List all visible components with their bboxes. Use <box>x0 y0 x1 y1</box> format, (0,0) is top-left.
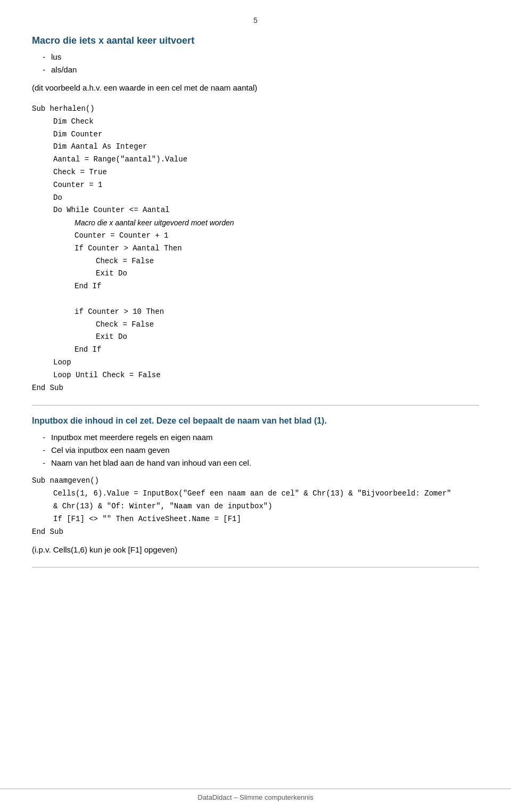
code-end-if2: End If <box>75 344 479 356</box>
code-check-false2: Check = False <box>96 319 479 331</box>
section2-bullets: Inputbox met meerdere regels en eigen na… <box>43 431 479 469</box>
code-counter-counter: Counter = Counter + 1 <box>75 230 479 242</box>
code-sub-start: Sub herhalen() <box>32 103 479 116</box>
code-dim-check: Dim Check <box>53 116 479 128</box>
section1-title: Macro die iets x aantal keer uitvoert <box>32 35 479 46</box>
page-number: 5 <box>32 16 479 25</box>
code-do-while: Do While Counter <= Aantal <box>53 204 479 217</box>
code-check-assign: Check = True <box>53 166 479 179</box>
section2-note: (i.p.v. Cells(1,6) kun je ook [F1] opgev… <box>32 543 479 556</box>
section2-bullet-2: Naam van het blad aan de hand van inhoud… <box>43 457 479 469</box>
section2-heading: Inputbox die inhoud in cel zet. Deze cel… <box>32 416 479 426</box>
code2-if-f1: If [F1] <> "" Then ActiveSheet.Name = [F… <box>53 513 479 526</box>
code-loop: Loop <box>53 356 479 369</box>
code-comment1: Macro die x aantal keer uitgevoerd moet … <box>75 217 479 230</box>
code2-cells-value2: & Chr(13) & "Of: Winter", "Naam van de i… <box>53 500 479 513</box>
code-loop-until: Loop Until Check = False <box>53 369 479 382</box>
code-dim-counter: Dim Counter <box>53 128 479 141</box>
code-dim-aantal: Dim Aantal As Integer <box>53 141 479 153</box>
code-exit-do2: Exit Do <box>96 331 479 344</box>
bullet-alsdan: als/dan <box>43 63 479 76</box>
section2-bullet-0: Inputbox met meerdere regels en eigen na… <box>43 431 479 444</box>
code-check-false1: Check = False <box>96 255 479 268</box>
code-aantal-assign: Aantal = Range("aantal").Value <box>53 153 479 166</box>
section-divider-1 <box>32 405 479 405</box>
page-container: 5 Macro die iets x aantal keer uitvoert … <box>0 0 511 812</box>
code2-end-sub: End Sub <box>32 526 479 539</box>
code-do: Do <box>53 192 479 205</box>
code2-sub-start: Sub naamgeven() <box>32 475 479 488</box>
code-if-counter: If Counter > Aantal Then <box>75 242 479 255</box>
section1-bullets: lus als/dan <box>43 51 479 76</box>
section1-intro: (dit voorbeeld a.h.v. een waarde in een … <box>32 82 479 94</box>
section-divider-2 <box>32 567 479 567</box>
code2-cells-value: Cells(1, 6).Value = InputBox("Geef een n… <box>53 488 479 500</box>
section2-bullet-1: Cel via inputbox een naam geven <box>43 444 479 457</box>
bullet-lus: lus <box>43 51 479 63</box>
code-end-if1: End If <box>75 280 479 293</box>
code-exit-do1: Exit Do <box>96 267 479 280</box>
code-block-1: Sub herhalen() Dim Check Dim Counter Dim… <box>32 103 479 394</box>
code-block-2: Sub naamgeven() Cells(1, 6).Value = Inpu… <box>32 475 479 538</box>
code-counter-assign: Counter = 1 <box>53 179 479 192</box>
code-if-counter-10: if Counter > 10 Then <box>75 306 479 319</box>
code-end-sub-1: End Sub <box>32 382 479 395</box>
page-footer: DataDidact – Slimme computerkennis <box>0 789 511 801</box>
